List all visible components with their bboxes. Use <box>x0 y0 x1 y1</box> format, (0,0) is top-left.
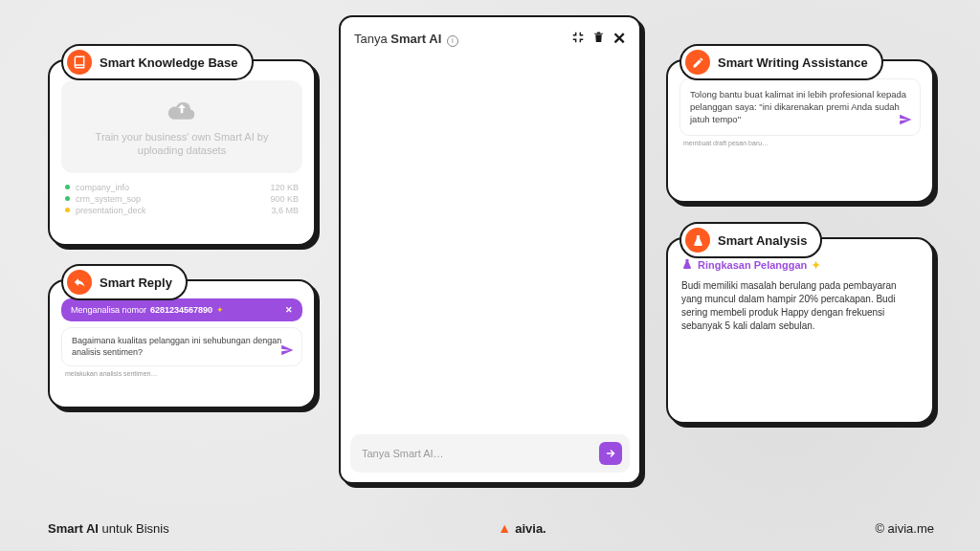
send-icon[interactable] <box>899 113 912 130</box>
footer-left: Smart AI untuk Bisnis <box>48 521 169 536</box>
upload-icon <box>77 96 287 124</box>
reply-status: melakukan analisis sentimen… <box>65 370 299 377</box>
status-dot <box>65 196 70 201</box>
reply-question: Bagaimana kualitas pelanggan ini sehubun… <box>61 327 302 366</box>
analysis-card: Smart Analysis Ringkasan Pelanggan ✦ Bud… <box>666 237 934 424</box>
smart-reply-header: Smart Reply <box>61 264 188 300</box>
file-name: crm_system_sop <box>76 194 264 204</box>
knowledge-base-card: Smart Knowledge Base Train your business… <box>48 59 316 246</box>
minimize-icon[interactable] <box>571 31 585 47</box>
send-icon[interactable] <box>280 343 294 361</box>
upload-text: Train your business' own Smart AI by upl… <box>77 130 287 158</box>
file-name: presentation_deck <box>76 206 265 215</box>
sparkle-icon: ✦ <box>216 305 224 315</box>
footer: Smart AI untuk Bisnis ▲ aivia. © aivia.m… <box>48 520 934 536</box>
chat-body <box>341 60 639 425</box>
smart-reply-card: Smart Reply Menganalisa nomor 6281234567… <box>48 279 316 408</box>
analyzing-prefix: Menganalisa nomor <box>71 305 146 315</box>
analysis-title: Smart Analysis <box>718 233 807 248</box>
book-icon <box>67 50 92 75</box>
chat-header: Tanya Smart AI i ✕ <box>341 17 639 60</box>
logo-icon: ▲ <box>498 520 511 536</box>
analysis-section-title: Ringkasan Pelanggan ✦ <box>681 258 919 272</box>
send-button[interactable] <box>599 442 622 465</box>
chat-input[interactable]: Tanya Smart AI… <box>350 434 630 473</box>
footer-right: © aivia.me <box>875 521 934 536</box>
writing-title: Smart Writing Assistance <box>718 55 868 70</box>
brand: ▲ aivia. <box>498 520 546 536</box>
phone-number: 6281234567890 <box>150 305 212 315</box>
sparkle-icon: ✦ <box>812 259 820 272</box>
chat-title: Tanya Smart AI i <box>354 32 458 47</box>
file-list: company_info120 KBcrm_system_sop900 KBpr… <box>65 183 299 215</box>
smart-reply-title: Smart Reply <box>100 276 172 290</box>
trash-icon[interactable] <box>592 31 605 47</box>
info-icon[interactable]: i <box>447 35 458 47</box>
chat-panel: Tanya Smart AI i ✕ Tanya Smart AI… <box>339 15 641 484</box>
file-row[interactable]: company_info120 KB <box>65 183 299 192</box>
writing-header: Smart Writing Assistance <box>679 44 883 80</box>
pen-icon <box>685 50 710 75</box>
writing-card: Smart Writing Assistance Tolong bantu bu… <box>666 59 934 203</box>
file-size: 120 KB <box>270 183 299 192</box>
writing-body: Tolong bantu buat kalimat ini lebih prof… <box>679 78 921 136</box>
flask-mini-icon <box>681 258 693 272</box>
analyzing-chip: Menganalisa nomor 6281234567890 ✦ ✕ <box>61 298 302 321</box>
analysis-header: Smart Analysis <box>679 222 822 258</box>
knowledge-base-header: Smart Knowledge Base <box>61 44 254 80</box>
knowledge-base-title: Smart Knowledge Base <box>100 55 238 70</box>
file-row[interactable]: crm_system_sop900 KB <box>65 194 299 204</box>
close-icon[interactable]: ✕ <box>612 29 626 49</box>
file-size: 900 KB <box>270 194 299 204</box>
file-name: company_info <box>76 183 264 192</box>
reply-icon <box>67 270 92 295</box>
upload-zone[interactable]: Train your business' own Smart AI by upl… <box>61 80 302 173</box>
status-dot <box>65 208 70 212</box>
writing-status: membuat draft pesan baru… <box>683 140 917 146</box>
chat-placeholder: Tanya Smart AI… <box>362 448 599 459</box>
analysis-text: Budi memiliki masalah berulang pada pemb… <box>681 279 919 333</box>
file-row[interactable]: presentation_deck3,6 MB <box>65 206 299 215</box>
status-dot <box>65 185 70 189</box>
flask-icon <box>685 228 710 253</box>
file-size: 3,6 MB <box>271 206 299 215</box>
close-chip-icon[interactable]: ✕ <box>285 305 293 315</box>
